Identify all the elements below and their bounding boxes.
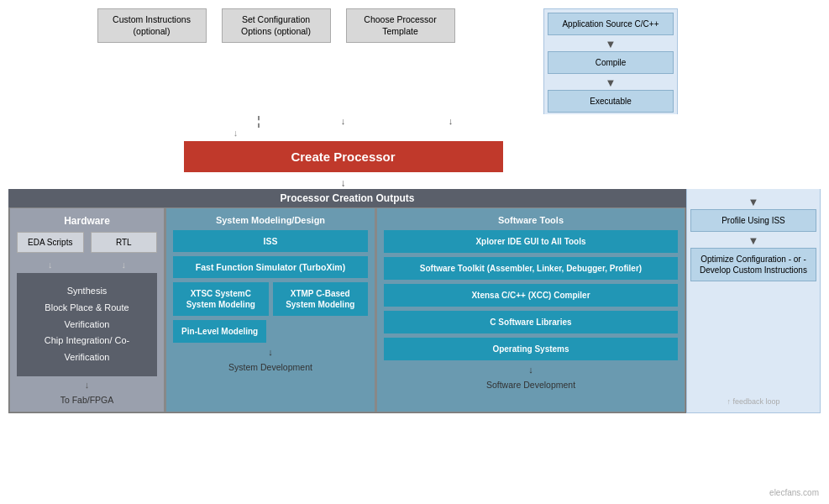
system-bottom-label: System Development [173,362,368,372]
xtmp-box: XTMP C-Based System Modeling [273,282,369,316]
chip-integration-label: Chip Integration/ Co-Verification [45,335,130,362]
system-modeling-column: System Modeling/Design ISS Fast Function… [165,207,375,412]
app-source-box: Application Source C/C++ [548,13,674,35]
rtl-box: RTL [91,232,158,253]
arrow-from-custom [258,116,260,128]
fast-function-box: Fast Function Simulator (TurboXim) [173,256,368,278]
choose-processor-box: Choose Processor Template [346,8,455,43]
synthesis-label: Synthesis [67,286,108,296]
arrow-executable: ▼ [606,76,617,89]
outputs-bar: Processor Creation Outputs [8,189,686,207]
arrow-compile: ▼ [606,38,617,50]
arrow-to-outputs: ↓ [8,177,821,189]
system-modeling-title: System Modeling/Design [173,215,368,225]
create-processor-button[interactable]: Create Processor [184,141,503,172]
os-box: Operating Systems [384,338,678,360]
set-config-box: Set Configuration Options (optional) [222,8,331,43]
software-tools-column: Software Tools Xplorer IDE GUI to All To… [376,207,685,412]
hardware-column: Hardware EDA Scripts RTL ↓ ↓ Synthesis B… [9,207,165,412]
hardware-main-box: Synthesis Block Place & Route Verificati… [17,273,157,376]
hardware-title: Hardware [17,215,157,227]
executable-box: Executable [548,90,674,113]
toolkit-box: Software Toolkit (Assembler, Linker, Deb… [384,257,678,280]
c-libraries-box: C Software Libraries [384,311,678,333]
software-bottom-label: Software Development [384,380,678,390]
pin-level-box: Pin-Level Modeling [173,320,266,343]
arrow-optimize: ▼ [748,234,759,247]
compile-box: Compile [548,51,674,74]
verification-label: Verification [65,319,110,329]
custom-instructions-box: Custom Instructions (optional) [97,8,207,43]
main-diagram: Custom Instructions (optional) Set Confi… [0,0,829,504]
block-place-label: Block Place & Route [45,302,129,312]
profile-iss-box: Profile Using ISS [690,209,816,232]
xtensa-compiler-box: Xtensa C/C++ (XCC) Compiler [384,284,678,307]
eda-scripts-box: EDA Scripts [17,232,84,253]
xplorer-box: Xplorer IDE GUI to All Tools [384,230,678,253]
watermark: elecfans.com [769,488,819,497]
arrow-profile: ▼ [748,196,759,208]
optimize-box: Optimize Configuration - or - Develop Cu… [690,248,816,281]
hardware-bottom-label: To Fab/FPGA [17,395,157,405]
software-tools-title: Software Tools [384,215,678,225]
xtsc-box: XTSC SystemC System Modeling [173,282,269,316]
iss-box: ISS [173,230,368,252]
